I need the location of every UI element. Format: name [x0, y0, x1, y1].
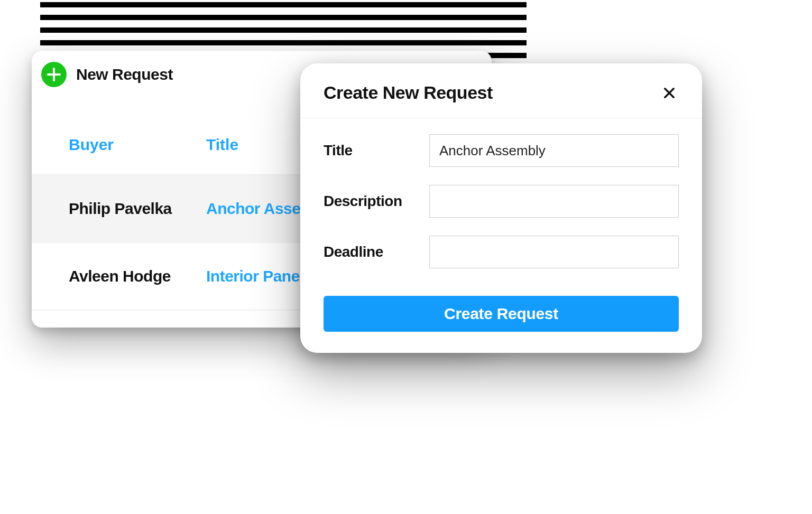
plus-icon [41, 62, 67, 87]
close-icon [662, 86, 677, 100]
label-deadline: Deadline [324, 244, 419, 260]
title-input[interactable] [429, 134, 679, 167]
deadline-input[interactable] [429, 236, 679, 268]
label-title: Title [324, 142, 419, 159]
column-header-buyer[interactable]: Buyer [69, 136, 206, 154]
new-request-label: New Request [76, 66, 173, 83]
description-input[interactable] [429, 185, 679, 218]
modal-title: Create New Request [324, 82, 493, 103]
modal-body: Title Description Deadline [300, 118, 702, 296]
form-row-description: Description [324, 185, 679, 218]
new-request-button[interactable]: New Request [32, 51, 188, 98]
create-request-modal: Create New Request Title Description Dea… [300, 63, 702, 353]
form-row-title: Title [324, 134, 679, 167]
cell-buyer: Philip Pavelka [69, 200, 206, 218]
close-button[interactable] [660, 83, 679, 102]
create-request-submit-button[interactable]: Create Request [324, 296, 679, 332]
form-row-deadline: Deadline [324, 236, 679, 268]
cell-buyer: Avleen Hodge [69, 267, 206, 285]
modal-header: Create New Request [300, 63, 702, 118]
modal-footer: Create Request [300, 296, 702, 353]
label-description: Description [324, 193, 419, 210]
